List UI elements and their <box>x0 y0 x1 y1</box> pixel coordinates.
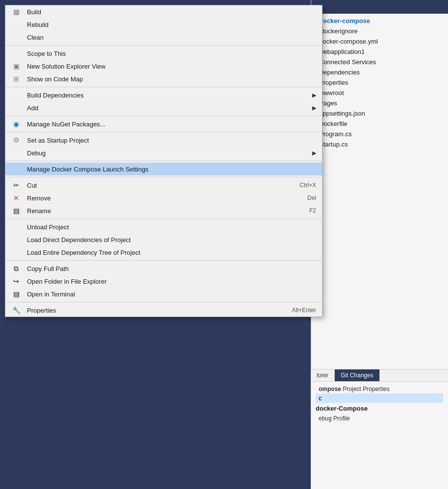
tree-item[interactable]: Dockerfile <box>311 119 448 129</box>
terminal-icon: ▤ <box>11 290 21 298</box>
bottom-panel-highlighted-row: c <box>316 393 443 403</box>
folder-icon: ↪ <box>11 277 21 285</box>
bottom-panel-row3: ebug Profile <box>316 414 443 423</box>
menu-divider <box>5 87 322 87</box>
solution-explorer-panel: ◆ docker-compose.dockerignoredocker-comp… <box>311 0 448 489</box>
menu-item-load-direct[interactable]: Load Direct Dependencies of Project <box>5 233 322 246</box>
menu-item-debug[interactable]: Debug▶ <box>5 147 322 159</box>
menu-item-label: Add <box>27 104 312 112</box>
menu-item-remove[interactable]: ✕RemoveDel <box>5 192 322 204</box>
tree-item[interactable]: Program.cs <box>311 129 448 139</box>
tree-item[interactable]: .dockerignore <box>311 26 448 36</box>
submenu-arrow-icon: ▶ <box>312 105 316 111</box>
menu-item-shortcut: Ctrl+X <box>280 182 316 189</box>
menu-divider <box>5 45 322 46</box>
menu-item-clean[interactable]: Clean <box>5 31 322 44</box>
menu-item-label: Open in Terminal <box>27 291 316 298</box>
tree-item[interactable]: wwwroot <box>311 88 448 98</box>
menu-item-label: Build <box>27 8 316 16</box>
menu-item-unload-project[interactable]: Unload Project <box>5 220 322 233</box>
menu-divider <box>5 177 322 177</box>
menu-item-rename[interactable]: ▤RenameF2 <box>5 204 322 217</box>
tree-item[interactable]: Connected Services <box>311 57 448 67</box>
build-icon: ▦ <box>11 8 21 16</box>
submenu-arrow-icon: ▶ <box>312 150 316 156</box>
gear-icon: ⚙ <box>11 136 21 144</box>
bottom-tab-lorer[interactable]: lorer <box>311 369 335 381</box>
menu-item-label: Unload Project <box>27 223 316 231</box>
rename-icon: ▤ <box>11 207 21 215</box>
bottom-panel: ompose Project Propertiescdocker-Compose… <box>311 381 448 489</box>
menu-item-manage-nuget[interactable]: ◉Manage NuGet Packages... <box>5 118 322 130</box>
menu-item-properties[interactable]: 🔧PropertiesAlt+Enter <box>5 304 322 317</box>
bottom-panel-title: docker-Compose <box>316 403 443 414</box>
menu-item-label: Rebuild <box>27 21 316 28</box>
tree-items: docker-compose.dockerignoredocker-compos… <box>311 14 448 151</box>
menu-item-label: Open Folder in File Explorer <box>27 278 316 285</box>
menu-item-shortcut: F2 <box>290 207 316 214</box>
menu-item-label: Manage Docker Compose Launch Settings <box>27 166 316 173</box>
menu-item-scope-to-this[interactable]: Scope to This <box>5 47 322 60</box>
menu-item-label: Rename <box>27 207 290 215</box>
remove-icon: ✕ <box>11 194 21 202</box>
tree-item[interactable]: Dependencies <box>311 67 448 77</box>
tree-item[interactable]: appsettings.json <box>311 108 448 119</box>
menu-item-add[interactable]: Add▶ <box>5 101 322 114</box>
explorer-icon: ▣ <box>11 62 21 70</box>
menu-item-label: Debug <box>27 149 312 157</box>
menu-item-label: Scope to This <box>27 50 316 57</box>
menu-item-label: Set as Startup Project <box>27 137 316 144</box>
tree-item[interactable]: docker-compose <box>311 16 448 26</box>
copy-icon: ⧉ <box>11 265 21 273</box>
menu-divider <box>5 302 322 302</box>
solution-explorer-header: ◆ <box>311 0 448 14</box>
menu-item-cut[interactable]: ✂CutCtrl+X <box>5 179 322 192</box>
map-icon: ⊞ <box>11 75 21 83</box>
menu-item-load-entire[interactable]: Load Entire Dependency Tree of Project <box>5 246 322 259</box>
menu-item-manage-docker[interactable]: Manage Docker Compose Launch Settings <box>5 163 322 175</box>
cut-icon: ✂ <box>11 181 21 189</box>
bottom-tab-git-changes[interactable]: Git Changes <box>335 369 380 381</box>
nuget-icon: ◉ <box>11 120 21 128</box>
tree-item[interactable]: docker-compose.yml <box>311 36 448 47</box>
tree-item[interactable]: Startup.cs <box>311 139 448 149</box>
menu-divider <box>5 116 322 116</box>
bottom-panel-section1: ompose Project Properties <box>316 385 443 393</box>
menu-item-label: New Solution Explorer View <box>27 63 316 70</box>
menu-divider <box>5 161 322 161</box>
submenu-arrow-icon: ▶ <box>312 92 316 98</box>
menu-item-shortcut: Del <box>288 195 316 201</box>
menu-item-label: Show on Code Map <box>27 75 316 83</box>
menu-item-label: Load Direct Dependencies of Project <box>27 236 316 244</box>
menu-item-label: Cut <box>27 182 280 189</box>
menu-item-label: Load Entire Dependency Tree of Project <box>27 249 316 256</box>
menu-item-label: Build Dependencies <box>27 92 312 99</box>
menu-item-label: Manage NuGet Packages... <box>27 121 316 128</box>
menu-divider <box>5 132 322 132</box>
wrench-icon: 🔧 <box>11 306 21 314</box>
menu-item-open-folder[interactable]: ↪Open Folder in File Explorer <box>5 275 322 288</box>
tree-item[interactable]: webapplication1 <box>311 47 448 57</box>
context-menu: ▦BuildRebuildCleanScope to This▣New Solu… <box>5 5 323 317</box>
menu-divider <box>5 260 322 261</box>
tree-item[interactable]: Pages <box>311 98 448 108</box>
menu-item-show-on-code-map[interactable]: ⊞Show on Code Map <box>5 73 322 85</box>
menu-item-shortcut: Alt+Enter <box>272 307 316 314</box>
menu-item-label: Clean <box>27 34 316 41</box>
menu-item-label: Remove <box>27 195 288 202</box>
menu-item-copy-full-path[interactable]: ⧉Copy Full Path <box>5 262 322 275</box>
menu-item-set-startup[interactable]: ⚙Set as Startup Project <box>5 134 322 147</box>
menu-item-new-solution-explorer-view[interactable]: ▣New Solution Explorer View <box>5 60 322 73</box>
tree-item[interactable]: Properties <box>311 77 448 88</box>
menu-item-open-terminal[interactable]: ▤Open in Terminal <box>5 288 322 300</box>
menu-item-build[interactable]: ▦Build <box>5 5 322 18</box>
menu-item-build-dependencies[interactable]: Build Dependencies▶ <box>5 89 322 101</box>
menu-divider <box>5 219 322 219</box>
menu-item-rebuild[interactable]: Rebuild <box>5 18 322 31</box>
menu-item-label: Copy Full Path <box>27 265 316 272</box>
menu-item-label: Properties <box>27 307 272 314</box>
bottom-tabs: lorerGit Changes <box>311 369 448 381</box>
